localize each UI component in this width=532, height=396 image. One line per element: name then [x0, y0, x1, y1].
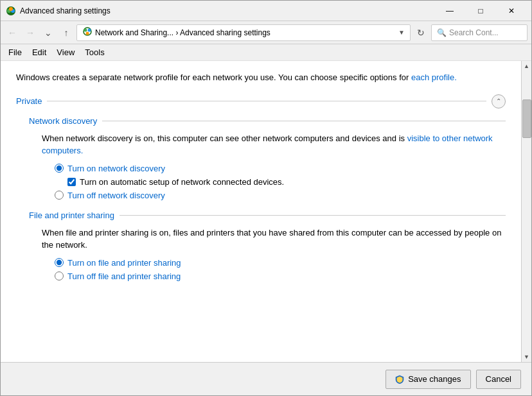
file-printer-sharing-header: File and printer sharing	[29, 211, 506, 220]
fps-off-label[interactable]: Turn off file and printer sharing	[67, 271, 181, 281]
title-bar: Advanced sharing settings — □ ✕	[1, 1, 531, 21]
nd-off-radio[interactable]	[55, 191, 64, 200]
auto-setup-label[interactable]: Turn on automatic setup of network conne…	[80, 177, 284, 187]
network-discovery-title: Network discovery	[29, 116, 97, 126]
fps-on-radio[interactable]	[55, 258, 64, 267]
window-icon	[6, 6, 16, 16]
fps-off-option: Turn off file and printer sharing	[55, 271, 506, 281]
scrollbar[interactable]: ▲ ▼	[521, 61, 531, 362]
file-printer-sharing-line	[120, 215, 506, 216]
network-discovery-description: When network discovery is on, this compu…	[42, 132, 506, 157]
description-text: Windows creates a separate network profi…	[16, 71, 506, 84]
maximize-button[interactable]: □	[466, 2, 495, 20]
network-discovery-subsection: Network discovery When network discovery…	[29, 116, 506, 200]
window-title: Advanced sharing settings	[20, 6, 435, 15]
file-printer-sharing-options: Turn on file and printer sharing Turn of…	[55, 258, 506, 281]
save-button[interactable]: Save changes	[386, 370, 470, 389]
save-label: Save changes	[408, 374, 461, 384]
menu-tools[interactable]: Tools	[80, 46, 109, 59]
address-field[interactable]: Network and Sharing... › Advanced sharin…	[76, 24, 411, 41]
forward-button[interactable]: →	[22, 25, 38, 40]
content-area: Windows creates a separate network profi…	[1, 61, 531, 362]
svg-point-7	[86, 32, 89, 35]
network-discovery-line	[102, 121, 506, 121]
nd-off-label[interactable]: Turn off network discovery	[67, 191, 165, 200]
up-button[interactable]: ↑	[58, 25, 74, 40]
fps-on-option: Turn on file and printer sharing	[55, 258, 506, 268]
cancel-button[interactable]: Cancel	[476, 370, 521, 389]
main-content: Windows creates a separate network profi…	[1, 61, 521, 362]
refresh-button[interactable]: ↻	[413, 25, 429, 40]
profile-link[interactable]: each profile.	[411, 73, 457, 82]
nd-on-radio[interactable]	[55, 164, 64, 173]
address-bar: ← → ⌄ ↑ Network and Sharing... › Advance…	[1, 21, 531, 44]
svg-point-3	[9, 7, 13, 11]
nd-off-option: Turn off network discovery	[55, 191, 506, 200]
private-section: Private ⌃ Network discovery When network…	[16, 94, 506, 281]
auto-setup-checkbox[interactable]	[67, 178, 76, 186]
file-printer-sharing-subsection: File and printer sharing When file and p…	[29, 211, 506, 281]
private-section-toggle[interactable]: ⌃	[492, 94, 506, 108]
file-printer-sharing-title: File and printer sharing	[29, 211, 114, 220]
private-section-header: Private ⌃	[16, 94, 506, 108]
address-dropdown-icon: ▼	[398, 29, 405, 36]
search-field[interactable]: 🔍 Search Cont...	[431, 24, 528, 41]
nd-on-label[interactable]: Turn on network discovery	[67, 164, 165, 173]
address-text: Network and Sharing... › Advanced sharin…	[95, 28, 396, 37]
scroll-up-arrow[interactable]: ▲	[522, 61, 532, 71]
nd-on-option: Turn on network discovery	[55, 164, 506, 173]
scroll-thumb[interactable]	[522, 99, 531, 138]
menu-bar: File Edit View Tools	[1, 44, 531, 61]
file-printer-sharing-description: When file and printer sharing is on, fil…	[42, 227, 506, 252]
window: Advanced sharing settings — □ ✕ ← → ⌄ ↑ …	[0, 0, 532, 396]
scroll-thumb-area	[522, 71, 531, 352]
footer: Save changes Cancel	[1, 362, 531, 395]
fps-on-label[interactable]: Turn on file and printer sharing	[67, 258, 181, 268]
scroll-down-arrow[interactable]: ▼	[522, 352, 532, 362]
private-section-line	[47, 101, 486, 101]
fps-desc-1: When file and printer sharing is on, fil…	[42, 228, 501, 250]
close-button[interactable]: ✕	[497, 2, 526, 20]
minimize-button[interactable]: —	[435, 2, 465, 20]
search-icon: 🔍	[437, 28, 447, 37]
svg-point-5	[84, 29, 87, 32]
nd-desc-1: When network discovery is on, this compu…	[42, 133, 407, 143]
back-button[interactable]: ←	[4, 25, 20, 40]
search-placeholder: Search Cont...	[449, 28, 499, 37]
menu-edit[interactable]: Edit	[27, 46, 51, 59]
network-icon	[82, 26, 93, 39]
network-discovery-options: Turn on network discovery Turn on automa…	[55, 164, 506, 200]
shield-icon	[395, 375, 404, 384]
dropdown-button[interactable]: ⌄	[40, 25, 56, 40]
window-controls: — □ ✕	[435, 2, 526, 20]
fps-off-radio[interactable]	[55, 271, 64, 280]
menu-file[interactable]: File	[3, 46, 27, 59]
private-section-title: Private	[16, 96, 42, 106]
network-discovery-header: Network discovery	[29, 116, 506, 126]
auto-setup-option: Turn on automatic setup of network conne…	[67, 177, 506, 187]
svg-point-6	[88, 29, 91, 32]
menu-view[interactable]: View	[51, 46, 80, 59]
